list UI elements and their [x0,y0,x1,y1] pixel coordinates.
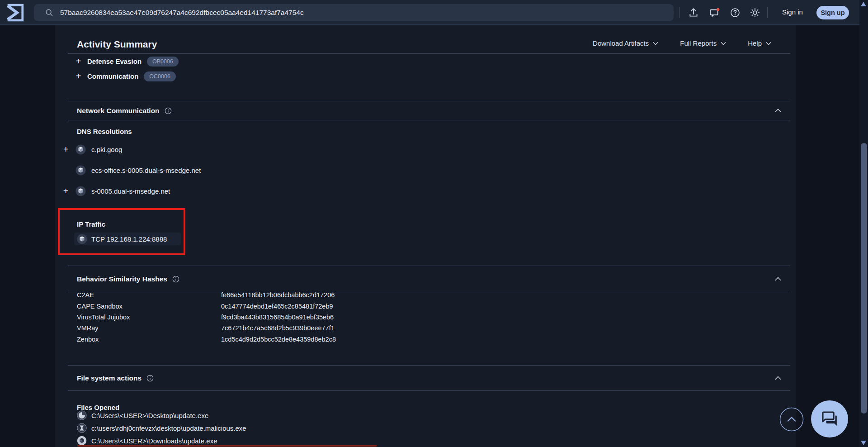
menu-help[interactable]: Help [748,39,771,47]
cube-icon [77,436,87,446]
dns-resolutions-list: +c.pki.googecs-office.s-0005.dual-s-msed… [55,139,201,202]
collapse-chevron-icon[interactable] [775,277,781,281]
sandbox-name: C2AE [77,291,221,299]
section-title: Network Communication [77,107,160,115]
technique-label: Communication [87,72,138,80]
files-opened-list: C:\Users\<USER>\Desktop\update.exec:\use… [55,409,246,447]
section-header-network-communication: Network Communication [68,101,790,120]
file-opened-row: C:\Users\<USER>\Desktop\update.exe [55,409,246,422]
hash-value: f9cd3ba443b83156854b0a91ebf35eb6 [221,314,334,321]
file-opened-row: c:\users\rdhj0cnfevzx\desktop\update.mal… [55,422,246,434]
section-header-behavior-hashes: Behavior Similarity Hashes [68,266,790,292]
menu-label: Full Reports [680,39,717,47]
behavior-hash-row: CAPE Sandbox0c147774debd1ef465c2c85481f7… [55,300,778,311]
sandbox-name: Zenbox [77,336,221,343]
vertical-scrollbar[interactable] [859,0,868,447]
search-bar[interactable] [34,4,674,21]
technique-id-badge[interactable]: OB0006 [147,57,179,67]
menu-label: Help [748,39,762,47]
virustotal-logo-icon[interactable] [5,2,25,23]
collapse-chevron-icon[interactable] [775,109,781,113]
expand-plus-icon[interactable]: + [75,56,82,67]
dns-resolution-row: +c.pki.goog [55,139,201,160]
file-path: C:\Users\<USER>\Desktop\update.exe [91,412,208,419]
expand-plus-icon[interactable]: + [62,144,70,155]
scroll-to-top-button[interactable] [779,407,804,432]
dns-domain-link[interactable]: c.pki.goog [91,146,122,153]
disc-icon [77,410,87,420]
attack-technique-row: +Defense EvasionOB0006 [75,54,179,69]
dns-domain-link[interactable]: ecs-office.s-0005.dual-s-msedge.net [91,166,201,174]
info-icon[interactable] [146,375,154,382]
file-path: C:\Users\<USER>\Downloads\update.exe [91,437,217,445]
attack-technique-list: +Defense EvasionOB0006+CommunicationOC00… [75,54,179,84]
file-path: c:\users\rdhj0cnfevzx\desktop\update.mal… [91,424,246,432]
dns-resolution-row: ecs-office.s-0005.dual-s-msedge.net [55,160,201,181]
chat-support-button[interactable] [811,400,848,437]
dns-resolutions-title: DNS Resolutions [77,128,132,135]
sign-in-link[interactable]: Sign in [782,8,803,16]
sandbox-cube-icon [75,186,86,196]
notification-dot [717,8,720,11]
hash-value: 7c6721b4c7a5c68d2b5c939b0eee77f1 [221,324,335,332]
dns-resolution-row: +s-0005.dual-s-msedge.net [55,181,201,202]
sandbox-name: VMRay [77,324,221,332]
sandbox-cube-icon [75,144,86,155]
search-input[interactable] [60,9,648,17]
report-actions-menu: Download ArtifactsFull ReportsHelp [593,39,771,47]
report-panel: Activity Summary Download ArtifactsFull … [55,25,796,447]
expand-plus-icon[interactable]: + [62,186,70,196]
page-title: Activity Summary [77,39,157,50]
section-header-file-system-actions: File system actions [68,365,790,391]
search-icon [45,8,54,17]
hourglass-icon [77,423,87,433]
topbar-separator [679,7,680,18]
behavior-hash-row: C2AEfe66e54118bb12b06dcbabb6c2d17206 [55,290,778,300]
behavior-hash-row: Zenbox1cd5c4d9d2d5bcc52de8e4359d8eb2c8 [55,334,778,345]
chevron-down-icon [766,42,771,45]
hash-value: fe66e54118bb12b06dcbabb6c2d17206 [221,291,335,299]
technique-label: Defense Evasion [87,57,142,65]
scrollbar-up-arrow[interactable] [861,2,866,6]
technique-id-badge[interactable]: OC0006 [144,71,176,81]
hash-value: 0c147774debd1ef465c2c85481f72eb9 [221,303,333,310]
scrollbar-down-arrow[interactable] [861,441,866,445]
sandbox-name: VirusTotal Jujubox [77,314,221,321]
annotation-highlight-box [58,208,185,255]
info-icon[interactable] [172,276,179,283]
attack-technique-row: +CommunicationOC0006 [75,69,179,84]
menu-download-artifacts[interactable]: Download Artifacts [593,39,658,47]
info-icon[interactable] [165,107,172,114]
chevron-down-icon [721,42,726,45]
chevron-down-icon [653,42,658,45]
hash-value: 1cd5c4d9d2d5bcc52de8e4359d8eb2c8 [221,336,336,343]
theme-toggle-sun-icon[interactable] [750,7,760,18]
sandbox-name: CAPE Sandbox [77,303,221,310]
topbar-separator [767,7,768,18]
annotation-highlight-box-cut [77,445,377,447]
section-title: Behavior Similarity Hashes [77,275,167,283]
behavior-hash-table: C2AEfe66e54118bb12b06dcbabb6c2d17206CAPE… [55,290,778,345]
behavior-hash-row: VMRay7c6721b4c7a5c68d2b5c939b0eee77f1 [55,323,778,333]
forum-chat-icon [821,410,839,428]
collapse-chevron-icon[interactable] [775,376,781,380]
top-navigation-bar: Sign in Sign up [0,0,868,25]
dns-domain-link[interactable]: s-0005.dual-s-msedge.net [91,187,170,195]
scrollbar-thumb[interactable] [861,143,867,414]
expand-plus-icon[interactable]: + [75,71,82,81]
feedback-comment-icon[interactable] [709,7,720,18]
upload-icon[interactable] [688,7,699,18]
sign-up-button[interactable]: Sign up [816,6,849,19]
section-title: File system actions [77,374,142,382]
behavior-hash-row: VirusTotal Jujuboxf9cd3ba443b83156854b0a… [55,312,778,323]
sandbox-cube-icon [75,165,86,176]
menu-label: Download Artifacts [593,39,649,47]
help-icon[interactable] [730,7,741,18]
menu-full-reports[interactable]: Full Reports [680,39,726,47]
